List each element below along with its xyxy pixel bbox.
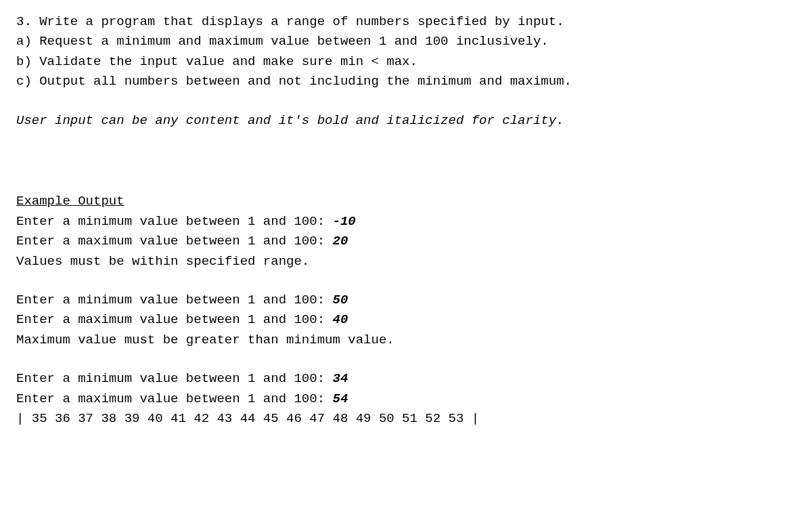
- attempt-3-min: Enter a minimum value between 1 and 100:…: [16, 369, 796, 389]
- attempt-1-min: Enter a minimum value between 1 and 100:…: [16, 212, 796, 232]
- prompt-text: Enter a maximum value between 1 and 100:: [16, 312, 332, 327]
- user-input: -10: [332, 214, 355, 229]
- spacer: [16, 272, 796, 291]
- user-input: 50: [332, 293, 348, 307]
- spacer: [16, 92, 796, 111]
- attempt-2-min: Enter a minimum value between 1 and 100:…: [16, 291, 796, 310]
- spacer: [16, 131, 796, 192]
- attempt-2-max: Enter a maximum value between 1 and 100:…: [16, 310, 796, 330]
- attempt-1-max: Enter a maximum value between 1 and 100:…: [16, 232, 796, 251]
- problem-part-a: a) Request a minimum and maximum value b…: [16, 32, 796, 51]
- example-heading: Example Output: [16, 192, 796, 211]
- prompt-text: Enter a maximum value between 1 and 100:: [16, 391, 332, 406]
- user-input: 54: [332, 391, 348, 406]
- attempt-2-result: Maximum value must be greater than minim…: [16, 330, 796, 350]
- problem-part-c: c) Output all numbers between and not in…: [16, 72, 796, 91]
- user-input: 34: [332, 371, 348, 386]
- user-input: 20: [332, 234, 348, 249]
- prompt-text: Enter a minimum value between 1 and 100:: [16, 214, 332, 229]
- prompt-text: Enter a maximum value between 1 and 100:: [16, 234, 332, 249]
- attempt-3-max: Enter a maximum value between 1 and 100:…: [16, 389, 796, 409]
- attempt-1-result: Values must be within specified range.: [16, 252, 796, 272]
- prompt-text: Enter a minimum value between 1 and 100:: [16, 371, 332, 386]
- user-input: 40: [332, 312, 348, 327]
- prompt-text: Enter a minimum value between 1 and 100:: [16, 293, 332, 307]
- attempt-3-result: | 35 36 37 38 39 40 41 42 43 44 45 46 47…: [16, 409, 796, 429]
- problem-note: User input can be any content and it's b…: [16, 111, 796, 131]
- spacer: [16, 350, 796, 369]
- problem-title: 3. Write a program that displays a range…: [16, 12, 796, 32]
- problem-part-b: b) Validate the input value and make sur…: [16, 52, 796, 72]
